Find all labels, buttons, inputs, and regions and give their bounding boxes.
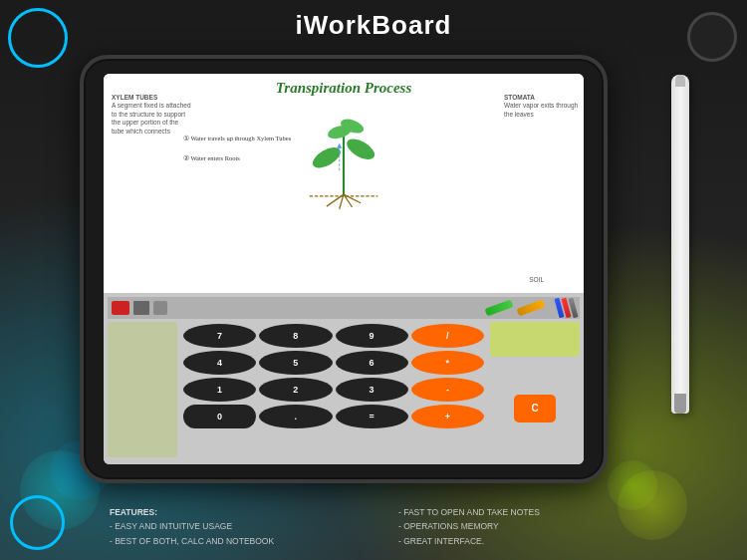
calculator-area[interactable]: 7 8 9 / 4 5 6 * 1 2 3 - 0 . bbox=[104, 293, 584, 464]
wb-label-left: XYLEM TUBES A segment fixed is attached … bbox=[112, 94, 191, 136]
title-bar: iWorkBoard bbox=[0, 0, 747, 50]
wb-mid-label-1: ① Water travels up through Xylem Tubes bbox=[183, 134, 291, 143]
calc-btn-6[interactable]: 6 bbox=[336, 351, 408, 375]
yellow-marker-tool[interactable] bbox=[516, 299, 545, 316]
calc-btn-dot[interactable]: . bbox=[259, 405, 332, 428]
wb-label-left-text: A segment fixed is attached to the struc… bbox=[112, 102, 191, 134]
features-col2: - FAST TO OPEN AND TAKE NOTES - OPERATIO… bbox=[398, 505, 667, 548]
calc-display bbox=[490, 322, 580, 357]
plant-diagram bbox=[284, 94, 403, 213]
ipad-screen[interactable]: Transpiration Process XYLEM TUBES A segm… bbox=[104, 74, 584, 464]
calc-btn-7[interactable]: 7 bbox=[183, 324, 256, 348]
calc-btn-0[interactable]: 0 bbox=[183, 405, 256, 428]
calc-btn-clear[interactable]: C bbox=[514, 395, 556, 422]
features-item4: - OPERATIONS MEMORY bbox=[398, 521, 499, 531]
features-col1: FEATURES: - EASY AND INTUITIVE USAGE - B… bbox=[110, 505, 378, 548]
calc-btn-add[interactable]: + bbox=[411, 405, 484, 428]
calc-btn-5[interactable]: 5 bbox=[259, 351, 332, 375]
svg-marker-11 bbox=[337, 143, 342, 148]
toolbar-row bbox=[108, 297, 580, 319]
features-item2: - BEST OF BOTH, CALC AND NOTEBOOK bbox=[110, 536, 274, 546]
calc-btn-3[interactable]: 3 bbox=[336, 378, 408, 402]
trash-tool[interactable] bbox=[153, 301, 167, 315]
features-header: FEATURES: bbox=[110, 507, 157, 517]
calc-btn-1[interactable]: 1 bbox=[183, 378, 256, 402]
features-item5: - GREAT INTERFACE. bbox=[398, 536, 484, 546]
calc-main: 7 8 9 / 4 5 6 * 1 2 3 - 0 . bbox=[108, 322, 580, 457]
wb-soil-label: SOIL bbox=[529, 276, 544, 283]
whiteboard-area[interactable]: Transpiration Process XYLEM TUBES A segm… bbox=[104, 74, 584, 293]
wb-label-right-text: Water vapor exits through the leaves bbox=[504, 102, 578, 117]
calc-btn-8[interactable]: 8 bbox=[259, 324, 332, 348]
floppy-tool[interactable] bbox=[133, 301, 149, 315]
features-section: FEATURES: - EASY AND INTUITIVE USAGE - B… bbox=[110, 505, 667, 548]
calc-btn-2[interactable]: 2 bbox=[259, 378, 332, 402]
ipad-frame: Transpiration Process XYLEM TUBES A segm… bbox=[80, 55, 608, 483]
calc-btn-4[interactable]: 4 bbox=[183, 351, 256, 375]
calc-btn-sub[interactable]: - bbox=[411, 378, 484, 402]
calc-btn-mul[interactable]: * bbox=[411, 351, 484, 375]
app-title: iWorkBoard bbox=[296, 10, 452, 41]
green-marker-tool[interactable] bbox=[484, 299, 513, 316]
svg-point-6 bbox=[344, 135, 377, 163]
wb-label-right: STOMATA Water vapor exits through the le… bbox=[504, 94, 579, 119]
wb-label-left-header: XYLEM TUBES bbox=[112, 94, 157, 101]
calc-btn-eq[interactable]: = bbox=[336, 405, 408, 428]
notepad-area[interactable] bbox=[108, 322, 177, 457]
features-item3: - FAST TO OPEN AND TAKE NOTES bbox=[398, 507, 540, 517]
corner-decoration-bl bbox=[10, 495, 65, 550]
calc-btn-9[interactable]: 9 bbox=[336, 324, 408, 348]
calc-buttons: 7 8 9 / 4 5 6 * 1 2 3 - 0 . bbox=[181, 322, 486, 457]
eraser-tool[interactable] bbox=[112, 301, 129, 315]
calc-right-panel: C bbox=[490, 322, 580, 457]
calc-btn-div[interactable]: / bbox=[411, 324, 484, 348]
wb-mid-label-2: ② Water enters Roots bbox=[183, 153, 240, 163]
features-item1: - EASY AND INTUITIVE USAGE bbox=[110, 521, 232, 531]
wb-label-right-header: STOMATA bbox=[504, 94, 535, 101]
apple-pencil bbox=[671, 75, 689, 414]
